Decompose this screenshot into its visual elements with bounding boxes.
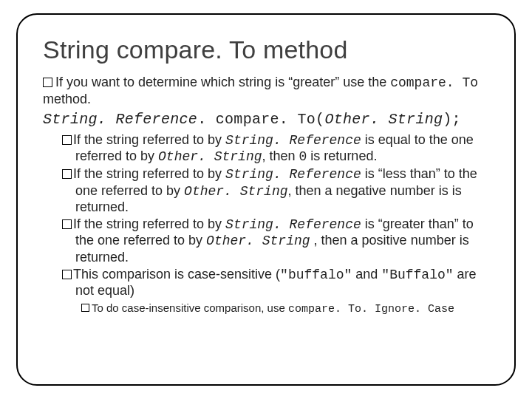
b5-q2: "Buffalo" <box>381 267 453 282</box>
b4-t1: If the string referred to by <box>73 216 225 231</box>
bullet-4: If the string referred to by String. Ref… <box>62 216 489 265</box>
b2-t1: If the string referred to by <box>73 132 225 147</box>
slide: String compare. To method If you want to… <box>0 0 532 399</box>
bullet-box-icon <box>62 169 72 179</box>
b2-t3: , then <box>262 149 299 163</box>
bullet-3: If the string referred to by String. Ref… <box>62 166 489 215</box>
b2-t4: is returned. <box>307 149 377 163</box>
bullet-1: If you want to determine which string is… <box>43 75 489 108</box>
b5-t2: and <box>352 267 381 282</box>
bullet-box-icon <box>62 270 72 279</box>
code-end: ); <box>443 111 461 128</box>
b4-sr: String. Reference <box>225 217 361 232</box>
code-call: compare. To( <box>216 111 325 128</box>
b2-sr: String. Reference <box>225 133 361 148</box>
bullet-5: This comparison is case-sensitive ("buff… <box>62 267 489 299</box>
code-dot: . <box>197 111 216 128</box>
b2-zero: 0 <box>299 149 307 164</box>
b2-os: Other. String <box>158 149 262 164</box>
b3-t1: If the string referred to by <box>73 166 225 181</box>
bullet-box-icon <box>81 304 89 312</box>
b5-q1: "buffalo" <box>280 267 352 282</box>
bullet-2: If the string referred to by String. Ref… <box>62 132 489 165</box>
slide-title: String compare. To method <box>43 35 489 64</box>
b6-code: compare. To. Ignore. Case <box>288 303 454 316</box>
b3-os: Other. String <box>184 184 287 199</box>
code-line: String. Reference. compare. To(Other. St… <box>43 111 489 128</box>
code-os: Other. String <box>324 111 443 128</box>
slide-frame: String compare. To method If you want to… <box>16 13 516 386</box>
b1-code: compare. To <box>390 75 478 90</box>
b6-t1: To do case-insensitive comparison, use <box>92 301 288 314</box>
bullet-6: To do case-insensitive comparison, use c… <box>81 301 489 316</box>
b1-t2: method. <box>43 92 91 106</box>
bullet-box-icon <box>43 78 52 87</box>
bullet-box-icon <box>62 135 72 145</box>
code-sr: String. Reference <box>43 111 197 128</box>
b4-os: Other. String <box>206 233 310 248</box>
b1-t1: If you want to determine which string is… <box>55 75 390 89</box>
b5-t1: This comparison is case-sensitive ( <box>73 267 280 282</box>
bullet-box-icon <box>62 219 72 229</box>
b3-sr: String. Reference <box>225 167 361 182</box>
